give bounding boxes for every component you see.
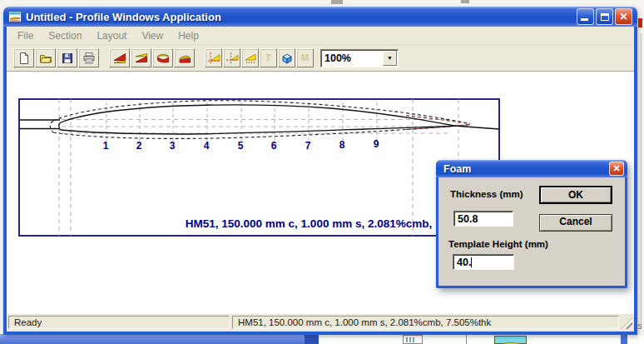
menu-file[interactable]: File	[10, 28, 41, 43]
datum-lines	[19, 120, 60, 129]
background-window-fragment	[466, 335, 467, 344]
red-yellow-airfoil-icon	[135, 52, 148, 65]
menu-help[interactable]: Help	[171, 28, 206, 43]
background-window-fragment	[319, 335, 644, 344]
app-icon	[8, 10, 22, 23]
blue-cube-icon	[280, 52, 294, 65]
zoom-value: 100%	[321, 52, 383, 64]
menu-view[interactable]: View	[134, 28, 171, 43]
new-button[interactable]	[13, 48, 34, 67]
background-window-fragment	[621, 335, 627, 344]
foam-dialog-title: Foam	[443, 163, 609, 175]
toolbar-view-group: T M	[205, 48, 315, 67]
toolbar-section-group	[109, 48, 196, 67]
text-tool-button[interactable]: T	[260, 48, 277, 67]
foam-dialog: Foam ✕ Thickness (mm) OK 50.8 Cancel Tem…	[436, 160, 627, 288]
t-tool-icon: T	[265, 53, 271, 62]
template-height-field[interactable]: 40.	[453, 254, 514, 270]
open-folder-icon	[39, 52, 52, 65]
text-caret	[471, 257, 472, 267]
axis-tool-2-button[interactable]	[223, 48, 240, 67]
save-floppy-icon	[61, 52, 74, 65]
background-window-fragment	[638, 18, 642, 27]
save-button[interactable]	[57, 48, 77, 67]
tiny-icon	[406, 337, 414, 342]
gridlines-horizontal	[62, 120, 449, 134]
menu-layout[interactable]: Layout	[89, 28, 134, 43]
section-tool-2-button[interactable]	[131, 48, 151, 67]
window-title: Untitled - Profile Windows Application	[26, 11, 575, 23]
new-document-icon	[17, 52, 31, 65]
measure-tool-button[interactable]: M	[296, 48, 314, 67]
resize-grip[interactable]	[621, 317, 632, 329]
toolbar-file-group	[13, 48, 100, 67]
station-label: 8	[339, 139, 345, 151]
station-label: 4	[204, 140, 210, 152]
red-swoosh-airfoil-icon	[156, 52, 170, 65]
ok-button[interactable]: OK	[539, 186, 612, 204]
print-button[interactable]	[78, 48, 99, 67]
red-airfoil-icon	[113, 52, 126, 65]
m-tool-icon: M	[301, 53, 309, 62]
open-button[interactable]	[35, 48, 56, 67]
station-label: 3	[170, 140, 176, 152]
background-window-fragment	[403, 335, 423, 344]
template-height-label: Template Height (mm)	[448, 239, 548, 249]
chevron-down-icon[interactable]: ▼	[383, 51, 397, 66]
station-label: 2	[136, 140, 142, 152]
minimize-button[interactable]	[577, 8, 594, 25]
cancel-button[interactable]: Cancel	[539, 214, 612, 232]
background-window-fragment: s	[637, 321, 642, 331]
maximize-icon	[601, 13, 609, 21]
3d-view-button[interactable]	[278, 48, 295, 67]
station-label: 7	[305, 140, 311, 152]
close-icon: ✕	[612, 163, 620, 173]
station-label: 9	[374, 138, 379, 150]
thickness-field[interactable]: 50.8	[453, 211, 513, 227]
zoom-combobox[interactable]: 100% ▼	[320, 49, 399, 67]
foam-dialog-body: Thickness (mm) OK 50.8 Cancel Template H…	[438, 177, 625, 286]
section-tool-4-button[interactable]	[174, 48, 195, 67]
thickness-label: Thickness (mm)	[450, 189, 523, 199]
menu-section[interactable]: Section	[41, 28, 89, 43]
template-tool-button[interactable]	[241, 48, 259, 67]
background-window-fragment	[0, 334, 319, 344]
foam-dialog-titlebar[interactable]: Foam ✕	[436, 160, 627, 177]
status-ready: Ready	[8, 316, 230, 329]
airfoil-thumbnail-fragment	[494, 336, 527, 344]
minimize-icon	[581, 18, 588, 21]
status-bar: Ready HM51, 150.000 mm c, 1.000 mm s, 2.…	[7, 314, 634, 331]
printer-icon	[82, 52, 96, 65]
template-height-value: 40.	[457, 257, 471, 268]
section-tool-1-button[interactable]	[109, 48, 130, 67]
close-icon: ✕	[619, 12, 627, 22]
toolbar: T M 100% ▼	[7, 45, 634, 71]
profile-caption: HM51, 150.000 mm c, 1.000 mm s, 2.081%cm…	[186, 217, 432, 230]
thickness-value: 50.8	[458, 213, 478, 225]
yellow-airfoil-dots-icon	[244, 52, 257, 65]
yellow-airfoil-axis-icon	[225, 52, 239, 65]
title-bar[interactable]: Untitled - Profile Windows Application ✕	[3, 7, 637, 27]
foam-close-button[interactable]: ✕	[609, 162, 624, 176]
axis-tool-1-button[interactable]	[205, 48, 222, 67]
menu-bar: File Section Layout View Help	[7, 27, 634, 45]
close-button[interactable]: ✕	[615, 8, 632, 25]
yellow-airfoil-crosshair-icon	[207, 52, 220, 65]
background-window-fragment	[331, 0, 343, 4]
station-label: 6	[271, 140, 277, 152]
status-profile-info: HM51, 150.000 mm c, 1.000 mm s, 2.081%cm…	[232, 316, 619, 329]
station-label: 1	[103, 140, 109, 152]
maximize-button[interactable]	[596, 8, 613, 25]
station-label: 5	[238, 140, 244, 152]
background-window-fragment	[305, 334, 319, 344]
red-wedge-airfoil-icon	[178, 52, 191, 65]
background-window-fragment	[641, 33, 642, 330]
section-tool-3-button[interactable]	[152, 48, 173, 67]
background-window-fragment	[461, 0, 469, 3]
